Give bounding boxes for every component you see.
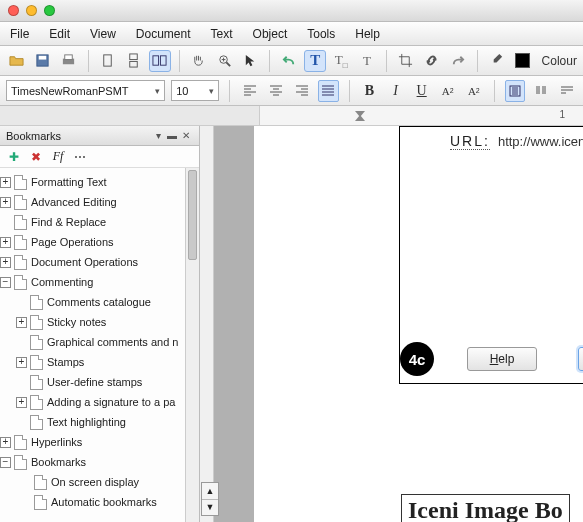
page-icon — [34, 475, 47, 490]
format-toolbar: TimesNewRomanPSMT▾ 10▾ B I U A2 A2 — [0, 76, 583, 106]
tree-item[interactable]: +Advanced Editing — [0, 192, 197, 212]
page-icon — [14, 435, 27, 450]
page-continuous-icon[interactable] — [123, 50, 145, 72]
tree-item[interactable]: +Stamps — [0, 352, 197, 372]
panel-minimize-icon[interactable]: ▬ — [165, 129, 179, 143]
tree-item[interactable]: Find & Replace — [0, 212, 197, 232]
page-facing-icon[interactable] — [149, 50, 171, 72]
tree-item[interactable]: On screen display — [0, 472, 197, 492]
add-bookmark-icon[interactable]: ✚ — [6, 149, 22, 165]
tree-label: Comments catalogue — [47, 296, 151, 308]
document-canvas[interactable]: URL: http://www.iceni.com 4c Help O Icen… — [214, 126, 583, 522]
underline-button[interactable]: U — [412, 80, 432, 102]
page-icon — [14, 215, 27, 230]
tree-label: Find & Replace — [31, 216, 106, 228]
align-left-button[interactable] — [240, 80, 260, 102]
tree-item[interactable]: Graphical comments and n — [0, 332, 197, 352]
menu-document[interactable]: Document — [136, 27, 191, 41]
tree-item[interactable]: Comments catalogue — [0, 292, 197, 312]
url-value: http://www.iceni.com — [498, 134, 583, 149]
svg-line-10 — [226, 62, 230, 66]
tree-item[interactable]: +Page Operations — [0, 232, 197, 252]
delete-bookmark-icon[interactable]: ✖ — [28, 149, 44, 165]
page-icon — [30, 335, 43, 350]
text-object-tool-icon[interactable]: T□ — [330, 50, 352, 72]
colour-swatch[interactable] — [512, 50, 534, 72]
window-close-button[interactable] — [8, 5, 19, 16]
tree-item[interactable]: −Bookmarks — [0, 452, 197, 472]
tree-item[interactable]: User-define stamps — [0, 372, 197, 392]
page-icon — [30, 375, 43, 390]
open-button[interactable] — [6, 50, 28, 72]
subscript-button[interactable]: A2 — [464, 80, 484, 102]
svg-rect-8 — [161, 56, 167, 65]
menu-edit[interactable]: Edit — [49, 27, 70, 41]
menu-object[interactable]: Object — [253, 27, 288, 41]
ok-button[interactable]: O — [578, 347, 583, 371]
superscript-button[interactable]: A2 — [438, 80, 458, 102]
print-button[interactable] — [58, 50, 80, 72]
vertical-ruler[interactable] — [200, 126, 214, 522]
bookmark-font-icon[interactable]: Ff — [50, 149, 66, 165]
zoom-out-icon[interactable]: ▼ — [202, 500, 218, 516]
page-icon — [30, 295, 43, 310]
svg-rect-7 — [153, 56, 159, 65]
horizontal-ruler[interactable]: 1 — [0, 106, 583, 126]
tree-item[interactable]: +Hyperlinks — [0, 432, 197, 452]
page-single-icon[interactable] — [97, 50, 119, 72]
linked-text-tool-icon[interactable]: T — [356, 50, 378, 72]
zoom-stepper[interactable]: ▲ ▼ — [201, 482, 219, 516]
tree-label: Formatting Text — [31, 176, 107, 188]
svg-rect-3 — [65, 55, 73, 60]
tree-label: Document Operations — [31, 256, 138, 268]
font-family-value: TimesNewRomanPSMT — [11, 85, 129, 97]
menu-file[interactable]: File — [10, 27, 29, 41]
page-icon — [14, 175, 27, 190]
menu-help[interactable]: Help — [355, 27, 380, 41]
tree-item[interactable]: +Formatting Text — [0, 172, 197, 192]
column-single-button[interactable] — [505, 80, 525, 102]
bookmark-options-icon[interactable]: ⋯ — [72, 149, 88, 165]
font-size-combo[interactable]: 10▾ — [171, 80, 219, 101]
tree-item[interactable]: −Commenting — [0, 272, 197, 292]
redo-button[interactable] — [447, 50, 469, 72]
italic-button[interactable]: I — [386, 80, 406, 102]
scrollbar-thumb[interactable] — [188, 170, 197, 260]
crop-tool-icon[interactable] — [395, 50, 417, 72]
tree-item[interactable]: +Sticky notes — [0, 312, 197, 332]
window-titlebar — [0, 0, 583, 22]
zoom-tool-icon[interactable] — [213, 50, 235, 72]
tree-label: User-define stamps — [47, 376, 142, 388]
tree-item[interactable]: Text highlighting — [0, 412, 197, 432]
hand-tool-icon[interactable] — [188, 50, 210, 72]
help-button[interactable]: Help — [467, 347, 537, 371]
tree-label: Text highlighting — [47, 416, 126, 428]
pointer-tool-icon[interactable] — [239, 50, 261, 72]
tree-item[interactable]: +Adding a signature to a pa — [0, 392, 197, 412]
undo-button[interactable] — [278, 50, 300, 72]
menu-tools[interactable]: Tools — [307, 27, 335, 41]
window-minimize-button[interactable] — [26, 5, 37, 16]
indent-marker-icon[interactable] — [355, 111, 365, 121]
align-right-button[interactable] — [292, 80, 312, 102]
link-tool-icon[interactable] — [421, 50, 443, 72]
column-flow-button[interactable] — [557, 80, 577, 102]
panel-menu-icon[interactable]: ▾ — [151, 129, 165, 143]
tree-item[interactable]: +Document Operations — [0, 252, 197, 272]
svg-rect-6 — [130, 61, 138, 67]
tree-item[interactable]: Automatic bookmarks — [0, 492, 197, 512]
align-center-button[interactable] — [266, 80, 286, 102]
panel-scrollbar[interactable] — [185, 168, 199, 522]
save-button[interactable] — [32, 50, 54, 72]
panel-close-icon[interactable]: ✕ — [179, 129, 193, 143]
align-justify-button[interactable] — [318, 80, 338, 102]
zoom-in-icon[interactable]: ▲ — [202, 483, 218, 500]
eyedropper-tool-icon[interactable] — [486, 50, 508, 72]
menu-view[interactable]: View — [90, 27, 116, 41]
text-tool-icon[interactable]: T — [304, 50, 326, 72]
column-multi-button[interactable] — [531, 80, 551, 102]
window-zoom-button[interactable] — [44, 5, 55, 16]
menu-text[interactable]: Text — [211, 27, 233, 41]
font-family-combo[interactable]: TimesNewRomanPSMT▾ — [6, 80, 165, 101]
bold-button[interactable]: B — [359, 80, 379, 102]
